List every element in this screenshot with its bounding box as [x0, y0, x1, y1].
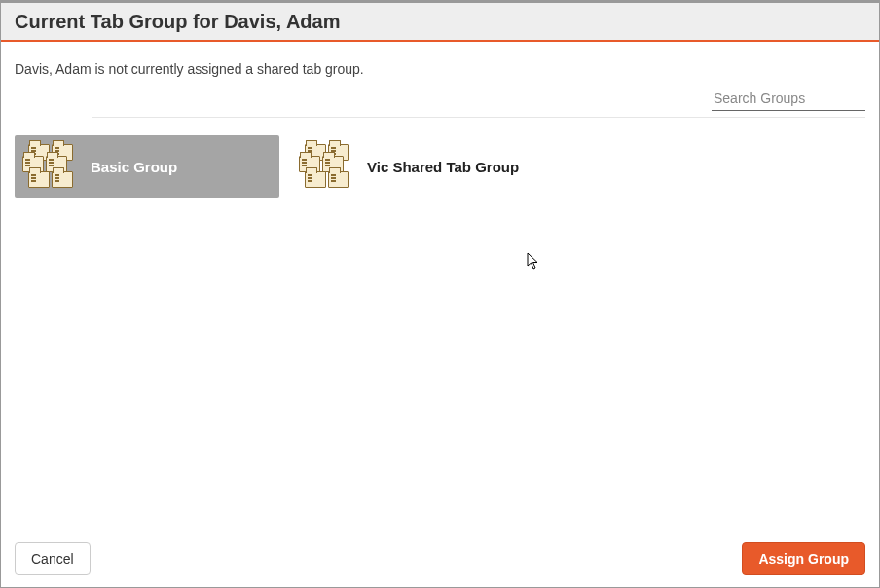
dialog-footer: Cancel Assign Group [1, 531, 879, 587]
group-card-basic[interactable]: Basic Group [15, 135, 279, 198]
group-list: Basic Group Vic Shared Tab Group [15, 135, 865, 198]
divider [92, 117, 865, 118]
group-label: Basic Group [91, 159, 177, 175]
group-label: Vic Shared Tab Group [367, 159, 519, 175]
status-text: Davis, Adam is not currently assigned a … [15, 61, 865, 77]
assign-group-button[interactable]: Assign Group [742, 542, 865, 575]
dialog-title: Current Tab Group for Davis, Adam [15, 11, 340, 33]
group-card-vic[interactable]: Vic Shared Tab Group [291, 135, 556, 198]
cancel-button[interactable]: Cancel [15, 542, 91, 575]
cursor-icon [527, 252, 540, 272]
dialog-header: Current Tab Group for Davis, Adam [1, 3, 879, 42]
search-input[interactable] [712, 87, 865, 111]
search-row [15, 87, 865, 117]
folder-stack-icon [299, 140, 357, 193]
folder-stack-icon [22, 140, 81, 193]
dialog-window: Current Tab Group for Davis, Adam Davis,… [0, 0, 880, 588]
dialog-body: Davis, Adam is not currently assigned a … [1, 42, 879, 198]
